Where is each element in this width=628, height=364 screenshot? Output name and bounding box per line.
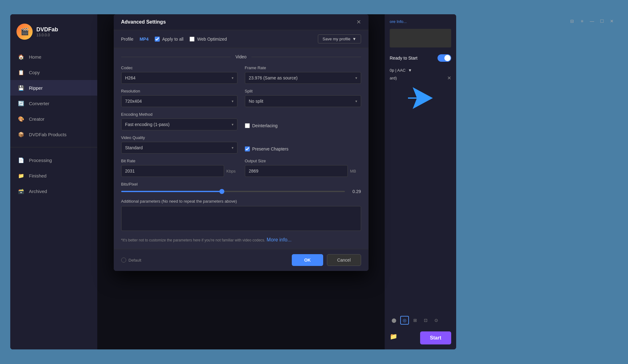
frame-rate-label: Frame Rate — [245, 65, 361, 70]
info-text-block: *It's better not to customize the parame… — [121, 237, 361, 243]
additional-params-label: Additional parameters (No need to repeat… — [121, 199, 361, 204]
additional-params-textarea[interactable] — [121, 206, 361, 231]
split-field: Split No split By size By time — [245, 89, 361, 107]
profile-display-row: 0p | AAC ▼ — [390, 68, 451, 73]
bit-rate-input[interactable] — [121, 165, 224, 177]
sidebar-item-label-ripper: Ripper — [29, 85, 43, 91]
codec-label: Codec — [121, 65, 237, 70]
cancel-button[interactable]: Cancel — [327, 254, 361, 266]
start-button[interactable]: Start — [420, 331, 451, 344]
profile-dropdown-icon[interactable]: ▼ — [408, 68, 412, 73]
logo-area: 🎬 DVDFab 13.0.0.0 — [10, 20, 97, 49]
more-info-link[interactable]: More info... — [267, 237, 291, 242]
archived-icon: 🗃️ — [18, 188, 25, 195]
codec-select-wrapper: H264 H265 MPEG4 — [121, 72, 237, 84]
sidebar-item-copy[interactable]: 📋 Copy — [10, 65, 97, 80]
minimize-button[interactable]: — — [588, 17, 596, 25]
bitrate-outputsize-row: Bit Rate Kbps Output Size MB — [121, 159, 361, 177]
close-button[interactable]: ✕ — [608, 17, 616, 25]
encoding-row: ard) ✕ — [390, 75, 451, 81]
sidebar-item-dvdfab-products[interactable]: 📦 DVDFab Products — [10, 127, 97, 142]
copy-icon: 📋 — [18, 69, 25, 76]
logo-text: DVDFab 13.0.0.0 — [36, 26, 58, 37]
bits-pixel-slider[interactable] — [121, 191, 345, 192]
apply-to-all-checkbox[interactable] — [155, 37, 160, 42]
video-quality-label: Video Quality — [121, 135, 237, 140]
sidebar-item-archived[interactable]: 🗃️ Archived — [10, 183, 97, 199]
preserve-chapters-checkbox[interactable] — [245, 146, 250, 151]
sidebar-item-label-processing: Processing — [29, 158, 52, 163]
apply-to-all-label[interactable]: Apply to all — [162, 37, 183, 42]
sidebar-item-creator[interactable]: 🎨 Creator — [10, 111, 97, 127]
encoding-method-select-wrapper: Fast encoding (1-pass) High quality (2-p… — [121, 119, 237, 130]
deinterlacing-label[interactable]: Deinterlacing — [252, 123, 278, 128]
sidebar-item-converter[interactable]: 🔄 Converter — [10, 96, 97, 111]
resolution-select[interactable]: 720x404 1280x720 1920x1080 — [121, 95, 237, 107]
finished-icon: 📁 — [18, 172, 25, 179]
output-size-input[interactable] — [245, 165, 348, 177]
bits-pixel-value: 0.29 — [349, 189, 361, 194]
chapters-icon-tool[interactable]: ⊞ — [411, 316, 419, 325]
save-profile-button[interactable]: Save my profile ▼ — [318, 34, 361, 43]
default-button[interactable]: Default — [121, 258, 141, 263]
ready-to-start-row: Ready to Start — [390, 54, 451, 62]
disc-icon-tool[interactable]: ◎ — [400, 316, 409, 325]
frame-rate-select[interactable]: 23.976 (Same as source) 24 25 30 — [245, 72, 361, 84]
split-label: Split — [245, 89, 361, 93]
encoding-method-label: Encoding Method — [121, 112, 237, 117]
dialog-close-button[interactable]: ✕ — [356, 19, 361, 25]
sidebar-item-processing[interactable]: 📄 Processing — [10, 152, 97, 168]
bit-rate-input-group: Kbps — [121, 165, 237, 177]
folder-button[interactable]: 📁 — [390, 333, 397, 340]
record-icon-tool[interactable]: ⬤ — [390, 316, 398, 325]
title-bar-controls: ⊟ ≡ — ☐ ✕ — [568, 17, 616, 25]
default-icon — [121, 258, 126, 263]
main-content: Advanced Settings ✕ Profile MP4 Apply to… — [97, 14, 385, 349]
split-select[interactable]: No split By size By time — [245, 95, 361, 107]
apply-to-all-group: Apply to all — [155, 37, 183, 42]
maximize-button[interactable]: ☐ — [598, 17, 606, 25]
additional-params-section: Additional parameters (No need to repeat… — [121, 199, 361, 232]
resolution-select-wrapper: 720x404 1280x720 1920x1080 — [121, 95, 237, 107]
save-profile-dropdown-icon: ▼ — [352, 37, 356, 41]
ok-button[interactable]: OK — [292, 254, 323, 266]
chapters2-icon-tool[interactable]: ⊡ — [421, 316, 430, 325]
bits-pixel-section: Bits/Pixel 0.29 — [121, 182, 361, 194]
encoding-close-button[interactable]: ✕ — [447, 75, 451, 81]
encoding-method-select[interactable]: Fast encoding (1-pass) High quality (2-p… — [121, 119, 237, 130]
ready-to-start-toggle[interactable] — [438, 54, 451, 62]
menu-button[interactable]: ≡ — [578, 17, 586, 25]
taskbar-button[interactable]: ⊟ — [568, 17, 576, 25]
video-quality-select[interactable]: Standard High Low — [121, 142, 237, 154]
sidebar-item-label-converter: Converter — [29, 101, 49, 106]
sidebar-item-label-creator: Creator — [29, 116, 44, 122]
video-section-divider: Video — [121, 54, 361, 59]
resolution-label: Resolution — [121, 89, 237, 93]
codec-select[interactable]: H264 H265 MPEG4 — [121, 72, 237, 84]
deinterlacing-checkbox[interactable] — [245, 123, 250, 128]
save-profile-label: Save my profile — [323, 37, 351, 41]
more-info-panel-link[interactable]: ore Info... — [390, 19, 451, 24]
web-optimized-checkbox[interactable] — [190, 37, 195, 42]
sidebar-item-ripper[interactable]: 💾 Ripper — [10, 80, 97, 96]
dialog-body: Video Codec H264 H265 — [114, 48, 369, 249]
resolution-split-row: Resolution 720x404 1280x720 1920x1080 — [121, 89, 361, 107]
divider-right — [251, 57, 361, 57]
ready-to-start-label: Ready to Start — [390, 56, 418, 61]
sidebar-item-label-copy: Copy — [29, 70, 40, 75]
dialog-toolbar: Profile MP4 Apply to all Web Optimized S… — [114, 30, 369, 48]
blue-arrow-icon — [408, 87, 433, 109]
encoding-method-field: Encoding Method Fast encoding (1-pass) H… — [121, 112, 237, 130]
info-text-static: *It's better not to customize the parame… — [121, 238, 265, 242]
web-optimized-group: Web Optimized — [190, 37, 227, 42]
sidebar-item-label-archived: Archived — [29, 189, 47, 194]
app-body: 🎬 DVDFab 13.0.0.0 🏠 Home 📋 Copy 💾 Ripper… — [10, 14, 456, 349]
sidebar-item-label-home: Home — [29, 54, 41, 60]
sidebar-item-home[interactable]: 🏠 Home — [10, 49, 97, 65]
preserve-chapters-label[interactable]: Preserve Chapters — [252, 146, 289, 151]
settings-icon-tool[interactable]: ⊙ — [432, 316, 441, 325]
modal-overlay: Advanced Settings ✕ Profile MP4 Apply to… — [97, 14, 385, 349]
dialog-title: Advanced Settings — [121, 19, 166, 25]
web-optimized-label[interactable]: Web Optimized — [197, 37, 227, 42]
sidebar-item-finished[interactable]: 📁 Finished — [10, 168, 97, 183]
